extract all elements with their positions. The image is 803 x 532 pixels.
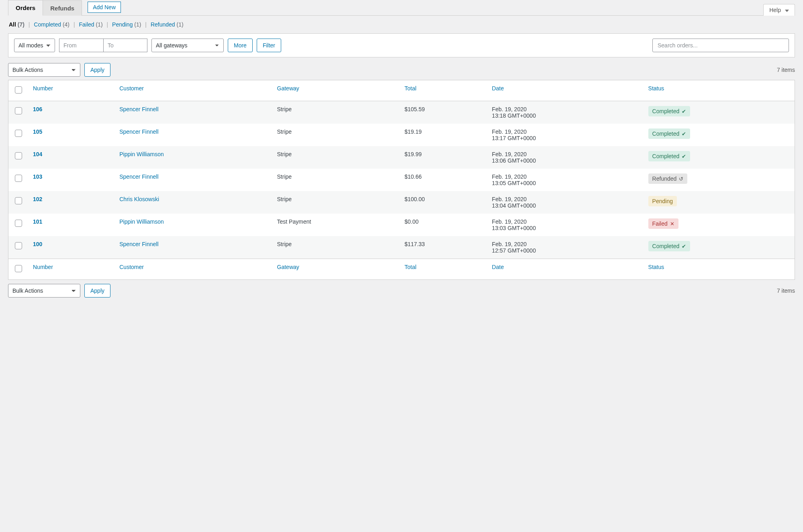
status-filters: All (7) | Completed (4) | Failed (1) | P… xyxy=(8,16,795,33)
check-icon: ✔ xyxy=(682,108,686,114)
customer-link[interactable]: Spencer Finnell xyxy=(119,241,158,247)
row-checkbox[interactable] xyxy=(15,107,22,114)
total-cell: $117.33 xyxy=(400,236,487,259)
date-from-input[interactable] xyxy=(59,39,103,52)
date-to-input[interactable] xyxy=(103,39,147,52)
date-cell: Feb. 19, 202013:05 GMT+0000 xyxy=(487,169,644,191)
col-number[interactable]: Number xyxy=(28,80,114,101)
status-label: Completed xyxy=(652,243,680,249)
gateway-cell: Test Payment xyxy=(272,214,400,236)
status-label: Completed xyxy=(652,108,680,114)
check-icon: ✔ xyxy=(682,131,686,137)
row-checkbox[interactable] xyxy=(15,197,22,204)
status-label: Refunded xyxy=(652,175,677,182)
add-new-button[interactable]: Add New xyxy=(88,2,121,13)
table-row: 105Spencer FinnellStripe$19.19Feb. 19, 2… xyxy=(8,124,795,146)
tab-orders[interactable]: Orders xyxy=(8,0,43,16)
bulk-apply-bottom[interactable]: Apply xyxy=(84,284,110,298)
order-number-link[interactable]: 106 xyxy=(33,106,42,112)
col-date[interactable]: Date xyxy=(487,80,644,101)
total-cell: $10.66 xyxy=(400,169,487,191)
status-badge: Failed✕ xyxy=(648,218,678,229)
customer-link[interactable]: Spencer Finnell xyxy=(119,106,158,112)
caret-down-icon xyxy=(783,7,789,13)
orders-table: Number Customer Gateway Total Date Statu… xyxy=(8,80,795,280)
table-row: 103Spencer FinnellStripe$10.66Feb. 19, 2… xyxy=(8,169,795,191)
col-total-foot[interactable]: Total xyxy=(400,259,487,280)
gateway-cell: Stripe xyxy=(272,146,400,169)
bulk-actions-select-top[interactable]: Bulk Actions xyxy=(8,63,80,77)
help-toggle[interactable]: Help xyxy=(763,4,795,16)
help-label: Help xyxy=(769,7,781,13)
order-number-link[interactable]: 104 xyxy=(33,151,42,157)
date-cell: Feb. 19, 202013:03 GMT+0000 xyxy=(487,214,644,236)
row-checkbox[interactable] xyxy=(15,152,22,159)
order-number-link[interactable]: 103 xyxy=(33,173,42,180)
col-total[interactable]: Total xyxy=(400,80,487,101)
col-date-foot[interactable]: Date xyxy=(487,259,644,280)
customer-link[interactable]: Pippin Williamson xyxy=(119,218,163,225)
bulk-actions-select-bottom[interactable]: Bulk Actions xyxy=(8,284,80,298)
customer-link[interactable]: Pippin Williamson xyxy=(119,151,163,157)
order-number-link[interactable]: 105 xyxy=(33,128,42,135)
col-gateway-foot[interactable]: Gateway xyxy=(272,259,400,280)
check-icon: ✔ xyxy=(682,153,686,159)
row-checkbox[interactable] xyxy=(15,220,22,227)
more-filters-button[interactable]: More xyxy=(228,39,253,52)
row-checkbox[interactable] xyxy=(15,242,22,249)
order-number-link[interactable]: 101 xyxy=(33,218,42,225)
status-badge: Completed✔ xyxy=(648,241,691,251)
table-row: 101Pippin WilliamsonTest Payment$0.00Feb… xyxy=(8,214,795,236)
order-number-link[interactable]: 100 xyxy=(33,241,42,247)
status-label: Pending xyxy=(652,198,673,204)
gateways-select[interactable]: All gateways xyxy=(151,39,224,52)
x-icon: ✕ xyxy=(670,221,674,227)
status-badge: Refunded↺ xyxy=(648,173,688,184)
filter-completed[interactable]: Completed (4) xyxy=(34,21,69,28)
filter-refunded[interactable]: Refunded (1) xyxy=(151,21,184,28)
filter-all[interactable]: All (7) xyxy=(9,21,25,28)
gateway-cell: Stripe xyxy=(272,101,400,124)
row-checkbox[interactable] xyxy=(15,175,22,182)
table-row: 102Chris KlosowskiStripe$100.00Feb. 19, … xyxy=(8,191,795,214)
filter-pending[interactable]: Pending (1) xyxy=(112,21,141,28)
col-gateway[interactable]: Gateway xyxy=(272,80,400,101)
gateway-cell: Stripe xyxy=(272,124,400,146)
bulk-apply-top[interactable]: Apply xyxy=(84,63,110,77)
status-badge: Completed✔ xyxy=(648,106,691,116)
col-customer[interactable]: Customer xyxy=(114,80,272,101)
status-label: Completed xyxy=(652,153,680,159)
col-customer-foot[interactable]: Customer xyxy=(114,259,272,280)
gateway-cell: Stripe xyxy=(272,191,400,214)
items-count-top: 7 items xyxy=(777,67,795,73)
col-status-foot[interactable]: Status xyxy=(644,259,795,280)
items-count-bottom: 7 items xyxy=(777,287,795,294)
total-cell: $19.99 xyxy=(400,146,487,169)
table-row: 106Spencer FinnellStripe$105.59Feb. 19, … xyxy=(8,101,795,124)
date-cell: Feb. 19, 202012:57 GMT+0000 xyxy=(487,236,644,259)
total-cell: $105.59 xyxy=(400,101,487,124)
col-status[interactable]: Status xyxy=(644,80,795,101)
total-cell: $100.00 xyxy=(400,191,487,214)
col-number-foot[interactable]: Number xyxy=(28,259,114,280)
row-checkbox[interactable] xyxy=(15,130,22,137)
select-all-bottom[interactable] xyxy=(15,265,22,272)
tab-refunds[interactable]: Refunds xyxy=(43,0,82,16)
customer-link[interactable]: Chris Klosowski xyxy=(119,196,159,202)
status-badge: Completed✔ xyxy=(648,151,691,161)
filter-button[interactable]: Filter xyxy=(257,39,281,52)
status-badge: Completed✔ xyxy=(648,128,691,139)
gateway-cell: Stripe xyxy=(272,236,400,259)
search-input[interactable] xyxy=(652,39,789,52)
customer-link[interactable]: Spencer Finnell xyxy=(119,128,158,135)
select-all-top[interactable] xyxy=(15,86,22,94)
total-cell: $19.19 xyxy=(400,124,487,146)
check-icon: ✔ xyxy=(682,243,686,249)
date-cell: Feb. 19, 202013:04 GMT+0000 xyxy=(487,191,644,214)
status-badge: Pending xyxy=(648,196,677,206)
table-row: 100Spencer FinnellStripe$117.33Feb. 19, … xyxy=(8,236,795,259)
customer-link[interactable]: Spencer Finnell xyxy=(119,173,158,180)
order-number-link[interactable]: 102 xyxy=(33,196,42,202)
filter-failed[interactable]: Failed (1) xyxy=(79,21,102,28)
modes-select[interactable]: All modes xyxy=(14,39,55,52)
